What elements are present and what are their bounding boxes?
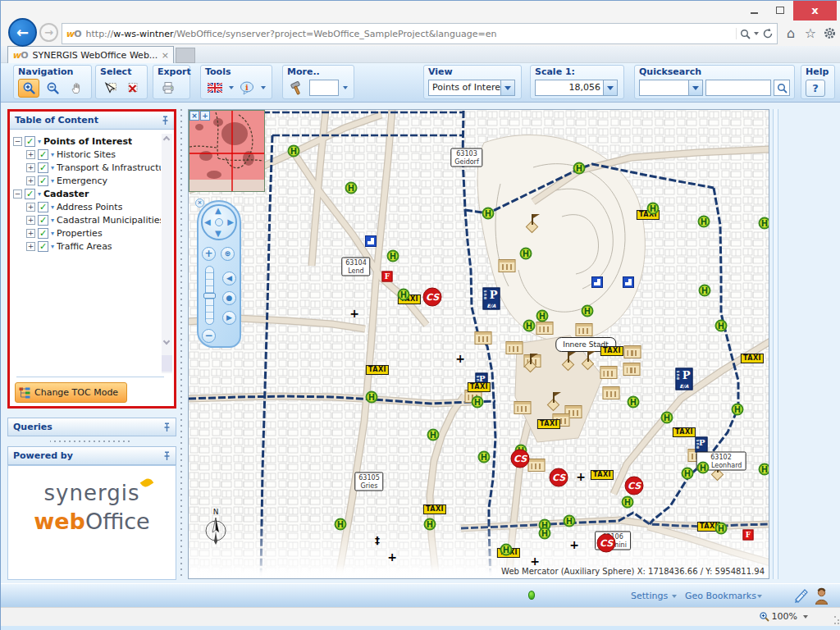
full-extent-button[interactable]: ⊛ xyxy=(221,247,235,261)
map-viewport[interactable]: Innere StadtBUSPE/ABUSPE/ABUSPBUSPFF++++… xyxy=(188,109,769,579)
geo-bookmarks-menu[interactable]: Geo Bookmarks xyxy=(685,591,756,601)
expander-icon[interactable]: + xyxy=(26,176,35,185)
museum-marker[interactable] xyxy=(499,259,516,272)
info-tool-button[interactable]: i xyxy=(238,79,258,98)
museum-marker[interactable] xyxy=(514,401,532,414)
bus-stop-marker[interactable]: H xyxy=(536,310,549,322)
bus-stop-marker[interactable]: H xyxy=(622,496,634,509)
zoom-in-tool-button[interactable] xyxy=(18,79,39,98)
overview-close-button[interactable]: × xyxy=(189,111,199,121)
window-maximize-button[interactable] xyxy=(767,1,793,21)
toc-node-points-of-interest[interactable]: −✓▾Points of Interest xyxy=(10,135,174,148)
poi-blue-marker[interactable] xyxy=(623,276,634,288)
layer-options-icon[interactable]: ▾ xyxy=(51,203,54,211)
layer-checkbox[interactable]: ✓ xyxy=(38,215,48,226)
pan-compass[interactable]: ▲ ▼ ◀ ▶ xyxy=(201,204,237,240)
browser-back-button[interactable]: ← xyxy=(8,18,37,47)
zoom-slider[interactable] xyxy=(205,266,214,325)
museum-marker[interactable] xyxy=(600,366,618,379)
toc-node-historic-sites[interactable]: +✓▾Historic Sites xyxy=(10,148,174,161)
pin-icon[interactable] xyxy=(163,422,171,432)
toc-panel-header[interactable]: Table of Content xyxy=(10,112,174,130)
more-tools-button[interactable] xyxy=(287,79,307,98)
bus-stop-marker[interactable]: H xyxy=(482,208,495,220)
bus-stop-marker[interactable]: H xyxy=(698,216,710,228)
double-cross-marker[interactable]: ‡ xyxy=(375,535,380,546)
next-extent-button[interactable]: ▶ xyxy=(222,311,236,325)
new-tab-button[interactable] xyxy=(176,48,195,63)
bus-stop-marker[interactable]: H xyxy=(539,527,551,540)
expander-icon[interactable]: − xyxy=(13,189,22,199)
redlining-pen-icon[interactable] xyxy=(792,587,810,607)
print-button[interactable] xyxy=(158,79,179,98)
bus-stop-marker[interactable]: H xyxy=(427,429,440,441)
pharmacy-marker[interactable]: F xyxy=(743,530,754,541)
citizen-service-marker[interactable]: CS xyxy=(597,534,616,553)
museum-marker[interactable] xyxy=(603,386,620,399)
widget-zoom-in-button[interactable]: + xyxy=(202,247,216,261)
citizen-service-marker[interactable]: CS xyxy=(511,450,530,468)
bus-stop-marker[interactable]: H xyxy=(697,462,710,474)
church-cross-marker[interactable]: + xyxy=(455,353,465,364)
pan-down-icon[interactable]: ▼ xyxy=(215,230,221,238)
taxi-stand-marker[interactable]: TAXI xyxy=(468,382,491,392)
layer-options-icon[interactable]: ▾ xyxy=(38,138,41,145)
layer-options-icon[interactable]: ▾ xyxy=(38,190,41,198)
search-dropdown-icon[interactable] xyxy=(754,32,759,35)
museum-marker[interactable] xyxy=(623,363,641,376)
view-combo-dropdown[interactable] xyxy=(500,80,514,95)
taxi-stand-marker[interactable]: TAXI xyxy=(537,419,560,429)
bus-stop-marker[interactable]: H xyxy=(472,396,484,409)
expander-icon[interactable]: + xyxy=(26,216,35,225)
church-cross-marker[interactable]: + xyxy=(387,551,397,563)
help-button[interactable]: ? xyxy=(806,80,825,97)
search-icon[interactable] xyxy=(740,29,751,39)
clear-selection-button[interactable] xyxy=(123,79,144,98)
bus-stop-marker[interactable]: H xyxy=(387,250,399,262)
taxi-stand-marker[interactable]: TAXI xyxy=(600,346,623,356)
toc-node-cadastral-municipalities[interactable]: +✓▾Cadastral Municipalities xyxy=(10,213,174,226)
panel-splitter-handle[interactable] xyxy=(50,440,132,443)
bus-stop-marker[interactable]: H xyxy=(335,518,347,531)
language-button[interactable] xyxy=(205,79,225,98)
layer-checkbox[interactable]: ✓ xyxy=(25,136,35,147)
bus-stop-marker[interactable]: H xyxy=(699,285,711,297)
powered-by-panel-header[interactable]: Powered by xyxy=(7,446,176,465)
citizen-service-marker[interactable]: CS xyxy=(625,477,644,495)
parking-marker[interactable]: BUSPE/A xyxy=(483,288,500,310)
previous-extent-button[interactable]: ◀ xyxy=(222,272,236,285)
church-cross-marker[interactable]: + xyxy=(576,471,586,482)
bus-stop-marker[interactable]: H xyxy=(715,320,728,332)
taxi-stand-marker[interactable]: TAXI xyxy=(673,427,696,437)
browser-zoom-control[interactable]: 100% xyxy=(759,611,808,622)
pin-icon[interactable] xyxy=(162,116,169,126)
layer-checkbox[interactable]: ✓ xyxy=(38,228,48,239)
home-icon[interactable]: ⌂ xyxy=(782,24,800,43)
settings-menu[interactable]: Settings xyxy=(631,591,668,601)
scale-combo-dropdown[interactable] xyxy=(603,80,617,95)
expander-icon[interactable]: + xyxy=(26,150,35,159)
bus-stop-marker[interactable]: H xyxy=(478,451,491,463)
window-minimize-button[interactable] xyxy=(741,1,767,21)
expander-icon[interactable]: + xyxy=(26,229,35,238)
favorites-star-icon[interactable]: ☆ xyxy=(801,24,819,43)
scroll-down-icon[interactable] xyxy=(163,338,170,345)
landmark-flag-marker[interactable] xyxy=(525,213,540,233)
expander-icon[interactable]: − xyxy=(13,137,22,146)
layer-options-icon[interactable]: ▾ xyxy=(51,151,54,158)
quicksearch-combo-dropdown[interactable] xyxy=(688,80,702,95)
bus-stop-marker[interactable]: H xyxy=(628,396,640,409)
landmark-flag-marker[interactable] xyxy=(546,391,561,411)
resize-grip[interactable] xyxy=(834,616,836,618)
toc-node-traffic-areas[interactable]: +✓▾Traffic Areas xyxy=(10,240,174,253)
layer-checkbox[interactable]: ✓ xyxy=(25,189,35,199)
geo-bookmarks-caret-icon[interactable] xyxy=(757,595,762,598)
toc-node-emergency[interactable]: +✓▾Emergency xyxy=(10,174,174,187)
pan-up-icon[interactable]: ▲ xyxy=(215,207,221,215)
scroll-up-icon[interactable] xyxy=(163,136,170,143)
bus-stop-marker[interactable]: H xyxy=(759,463,770,476)
layer-options-icon[interactable]: ▾ xyxy=(51,230,54,237)
taxi-stand-marker[interactable]: TAXI xyxy=(423,504,446,514)
user-avatar-icon[interactable] xyxy=(815,587,829,608)
poi-blue-marker[interactable] xyxy=(365,235,377,247)
